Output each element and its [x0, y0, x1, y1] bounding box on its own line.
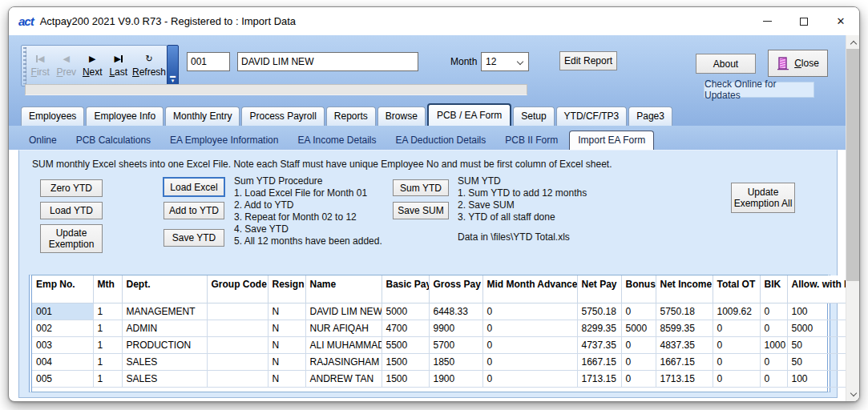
table-cell[interactable] — [207, 354, 268, 371]
tab-browse[interactable]: Browse — [377, 107, 426, 126]
tab-setup[interactable]: Setup — [513, 107, 554, 126]
update-exemption-all-button[interactable]: Update Exemption All — [731, 183, 795, 213]
column-header[interactable]: Net Income — [656, 275, 713, 303]
tab-process-payroll[interactable]: Process Payroll — [241, 107, 324, 126]
table-cell[interactable] — [207, 320, 268, 337]
table-cell[interactable]: 1900 — [429, 371, 482, 388]
update-exemption-button[interactable]: Update Exemption — [40, 224, 103, 253]
table-cell[interactable]: 1850 — [429, 354, 482, 371]
check-online-updates-button[interactable]: Check Online for Updates — [704, 82, 814, 98]
column-header[interactable]: Mth — [93, 275, 122, 303]
table-cell[interactable]: 6448.33 — [429, 303, 482, 320]
column-header[interactable]: Gross Pay — [429, 275, 482, 303]
subtab-pcb-calculations[interactable]: PCB Calculations — [68, 131, 159, 150]
tab-reports[interactable]: Reports — [326, 107, 376, 126]
table-cell[interactable]: 0 — [621, 337, 656, 354]
table-cell[interactable]: 0 — [621, 371, 656, 388]
table-cell[interactable]: 0 — [760, 320, 787, 337]
table-cell[interactable]: 1009.62 — [713, 303, 760, 320]
tab-page3[interactable]: Page3 — [628, 107, 672, 126]
about-button[interactable]: About — [696, 54, 756, 74]
table-cell[interactable]: 5500 — [382, 337, 429, 354]
subtab-import-ea-form[interactable]: Import EA Form — [569, 131, 654, 150]
table-cell[interactable]: N — [268, 303, 305, 320]
table-cell[interactable]: 0 — [482, 303, 577, 320]
edit-report-button[interactable]: Edit Report — [559, 51, 617, 70]
table-cell[interactable]: 0 — [760, 303, 787, 320]
table-cell[interactable]: 0 — [713, 337, 760, 354]
close-button[interactable]: Close — [768, 50, 828, 77]
table-cell[interactable]: 001 — [32, 303, 93, 320]
table-cell[interactable]: 5700 — [429, 337, 482, 354]
add-to-ytd-button[interactable]: Add to YTD — [164, 202, 224, 219]
table-cell[interactable]: 003 — [32, 337, 93, 354]
column-header[interactable]: Net Pay — [577, 275, 621, 303]
table-cell[interactable]: 0 — [713, 354, 760, 371]
table-cell[interactable]: 1500 — [382, 371, 429, 388]
save-ytd-button[interactable]: Save YTD — [164, 229, 224, 247]
table-cell[interactable]: 1500 — [382, 354, 429, 371]
tab-ytd-cf-tp3[interactable]: YTD/CF/TP3 — [556, 107, 628, 126]
table-cell[interactable]: MANAGEMENT — [122, 303, 207, 320]
table-cell[interactable]: 0 — [482, 354, 577, 371]
scroll-up-button[interactable] — [846, 35, 860, 49]
table-cell[interactable]: SALES — [122, 354, 207, 371]
table-cell[interactable]: 9900 — [429, 320, 482, 337]
tab-pcb-ea-form[interactable]: PCB / EA Form — [427, 103, 511, 126]
column-header[interactable]: BIK — [760, 275, 787, 303]
table-cell[interactable]: 0 — [760, 371, 787, 388]
window-scrollbar[interactable] — [846, 35, 859, 401]
table-cell[interactable]: RAJASINGHAM — [305, 354, 382, 371]
load-ytd-button[interactable]: Load YTD — [40, 202, 103, 219]
table-cell[interactable]: 0 — [760, 354, 787, 371]
zero-ytd-button[interactable]: Zero YTD — [40, 179, 103, 197]
table-cell[interactable]: 0 — [482, 320, 577, 337]
tab-employee-info[interactable]: Employee Info — [86, 107, 164, 126]
nav-last-button[interactable]: ▶Last — [106, 46, 132, 86]
save-sum-button[interactable]: Save SUM — [393, 202, 449, 219]
table-cell[interactable]: 1000 — [760, 337, 787, 354]
employee-number-input[interactable]: 001 — [187, 52, 230, 71]
toolbar-overflow-button[interactable]: ▬▾ — [167, 45, 179, 86]
table-cell[interactable]: 1 — [93, 320, 122, 337]
subtab-ea-income-details[interactable]: EA Income Details — [289, 131, 384, 150]
sum-ytd-button[interactable]: Sum YTD — [393, 179, 449, 196]
table-cell[interactable]: N — [268, 354, 305, 371]
table-cell[interactable]: 4837.35 — [656, 337, 713, 354]
column-header[interactable]: Mid Month Advance — [482, 275, 577, 303]
table-cell[interactable]: 0 — [621, 354, 656, 371]
table-cell[interactable]: 1667.15 — [577, 354, 621, 371]
tab-employees[interactable]: Employees — [21, 107, 84, 126]
table-cell[interactable]: 0 — [482, 371, 577, 388]
table-cell[interactable]: 5000 — [382, 303, 429, 320]
nav-refresh-button[interactable]: ↻Refresh — [131, 46, 167, 86]
subtab-ea-deduction-details[interactable]: EA Deduction Details — [388, 131, 495, 150]
table-cell[interactable] — [207, 371, 268, 388]
column-header[interactable]: Name — [305, 275, 382, 303]
table-cell[interactable]: ADMIN — [122, 320, 207, 337]
table-cell[interactable]: 0 — [621, 303, 656, 320]
table-cell[interactable]: 005 — [32, 371, 93, 388]
column-header[interactable]: Total OT — [713, 275, 760, 303]
column-header[interactable]: Emp No. — [32, 275, 93, 303]
table-cell[interactable]: 1 — [93, 303, 122, 320]
subtab-ea-employee-information[interactable]: EA Employee Information — [162, 131, 286, 150]
scroll-down-button[interactable] — [846, 388, 860, 401]
table-cell[interactable]: 5000 — [621, 320, 656, 337]
table-cell[interactable]: 5750.18 — [577, 303, 621, 320]
table-cell[interactable]: N — [268, 371, 305, 388]
table-cell[interactable]: N — [268, 337, 305, 354]
table-cell[interactable]: 0 — [713, 371, 760, 388]
table-cell[interactable]: 5750.18 — [656, 303, 713, 320]
toolbar-grip[interactable] — [23, 47, 26, 84]
table-cell[interactable]: NUR AFIQAH — [305, 320, 382, 337]
table-cell[interactable]: 4700 — [382, 320, 429, 337]
table-cell[interactable]: 002 — [32, 320, 93, 337]
table-cell[interactable]: N — [268, 320, 305, 337]
column-header[interactable]: Bonus — [621, 275, 656, 303]
nav-next-button[interactable]: ▶Next — [79, 46, 106, 86]
table-cell[interactable]: 1 — [93, 371, 122, 388]
column-header[interactable]: Group Code — [207, 275, 268, 303]
column-header[interactable]: Resign — [268, 275, 305, 303]
maximize-button[interactable] — [785, 7, 822, 35]
